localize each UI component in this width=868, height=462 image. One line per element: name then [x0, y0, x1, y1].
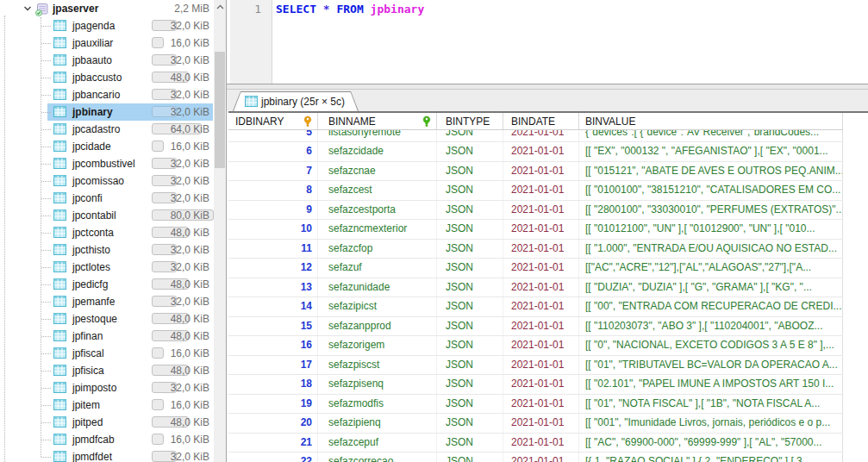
sidebar-item[interactable]: jpitem 16,0 KiB	[0, 396, 214, 414]
column-header[interactable]: IDBINARY	[228, 113, 318, 129]
scrollbar-thumb[interactable]	[215, 52, 225, 168]
sidebar-item[interactable]: jpcidade 16,0 KiB	[0, 138, 214, 155]
sidebar-item[interactable]: jpimposto 32,0 KiB	[0, 379, 214, 396]
cell-idbinary[interactable]: 6	[228, 142, 318, 161]
cell-bintype[interactable]: JSON	[437, 414, 503, 433]
cell-idbinary[interactable]: 19	[228, 395, 318, 414]
table-row[interactable]: 20 sefazipienq JSON 2021-01-01 [[ "001",…	[228, 414, 843, 434]
sidebar-item[interactable]: jpedicfg 48,0 KiB	[0, 276, 214, 293]
cell-idbinary[interactable]: 8	[228, 181, 318, 200]
column-header[interactable]: BINNAME	[318, 113, 437, 129]
cell-idbinary[interactable]: 11	[228, 240, 318, 259]
sidebar-item[interactable]: jpmdfdet 32,0 KiB	[0, 448, 214, 462]
cell-idbinary[interactable]: 13	[228, 278, 318, 297]
sidebar-item[interactable]: jpcombustivel 32,0 KiB	[0, 155, 214, 172]
table-row[interactable]: 7 sefazcnae JSON 2021-01-01 [[ "015121",…	[228, 162, 843, 182]
cell-binname[interactable]: sefazcepuf	[318, 434, 437, 453]
table-row[interactable]: 22 sefazcorrecao JSON 2021-01-01 [{ 1, "…	[228, 453, 843, 462]
cell-bintype[interactable]: JSON	[437, 434, 503, 453]
cell-idbinary[interactable]: 7	[228, 162, 318, 181]
cell-idbinary[interactable]: 5	[228, 130, 318, 141]
cell-bindate[interactable]: 2021-01-01	[503, 395, 579, 414]
table-row[interactable]: 6 sefazcidade JSON 2021-01-01 [[ "EX", "…	[228, 142, 843, 162]
cell-idbinary[interactable]: 14	[228, 297, 318, 316]
cell-binvalue[interactable]: [[ "EX", "000132 ", "AFEGANISTAO" ],[ "E…	[579, 142, 843, 161]
cell-binvalue[interactable]: [[ "0", "NACIONAL, EXCETO CODIGOS 3 A 5 …	[579, 336, 843, 355]
sidebar-item[interactable]: jpfisica 48,0 KiB	[0, 362, 214, 379]
cell-idbinary[interactable]: 17	[228, 356, 318, 375]
cell-binvalue[interactable]: [[ "0100100", "38151210", "CATALISADORES…	[579, 181, 843, 200]
column-header[interactable]: BINTYPE	[437, 113, 503, 129]
table-row[interactable]: 15 sefazanpprod JSON 2021-01-01 [[ "1102…	[228, 317, 843, 337]
cell-binname[interactable]: sefazipicst	[318, 297, 437, 316]
cell-binname[interactable]: sefazunidade	[318, 278, 437, 297]
cell-bintype[interactable]: JSON	[437, 278, 503, 297]
cell-binname[interactable]: sefazcfop	[318, 240, 437, 259]
cell-idbinary[interactable]: 16	[228, 336, 318, 355]
cell-binname[interactable]: sefazuf	[318, 259, 437, 278]
cell-bindate[interactable]: 2021-01-01	[503, 317, 579, 336]
cell-bindate[interactable]: 2021-01-01	[503, 142, 579, 161]
cell-bindate[interactable]: 2021-01-01	[503, 130, 579, 141]
sql-code[interactable]: SELECT * FROM jpbinary	[272, 0, 424, 84]
cell-bintype[interactable]: JSON	[437, 130, 503, 141]
table-row[interactable]: 21 sefazcepuf JSON 2021-01-01 [[ "AC", "…	[228, 434, 843, 453]
table-row[interactable]: 5 listasonyremote JSON 2021-01-01 {"devi…	[228, 130, 843, 142]
cell-bindate[interactable]: 2021-01-01	[503, 434, 579, 453]
cell-bindate[interactable]: 2021-01-01	[503, 201, 579, 220]
cell-bindate[interactable]: 2021-01-01	[503, 278, 579, 297]
cell-idbinary[interactable]: 18	[228, 375, 318, 394]
cell-bintype[interactable]: JSON	[437, 317, 503, 336]
cell-bindate[interactable]: 2021-01-01	[503, 162, 579, 181]
table-row[interactable]: 12 sefazuf JSON 2021-01-01 [["AC","ACRE"…	[228, 259, 843, 278]
cell-idbinary[interactable]: 9	[228, 201, 318, 220]
cell-bindate[interactable]: 2021-01-01	[503, 220, 579, 239]
cell-binvalue[interactable]: [[ "2800100", "33030010", "PERFUMES (EXT…	[579, 201, 843, 220]
cell-binvalue[interactable]: [[ "110203073", "ABO 3" ],[ "110204001",…	[579, 317, 843, 336]
cell-idbinary[interactable]: 15	[228, 317, 318, 336]
sidebar-item[interactable]: jpcthisto 32,0 KiB	[0, 241, 214, 259]
cell-bintype[interactable]: JSON	[437, 201, 503, 220]
cell-bintype[interactable]: JSON	[437, 259, 503, 278]
tab-jpbinary-results[interactable]: jpbinary (25r × 5c)	[233, 91, 359, 111]
cell-bintype[interactable]: JSON	[437, 453, 503, 462]
cell-binname[interactable]: sefazncmexterior	[318, 220, 437, 239]
sidebar-item[interactable]: jpauxiliar 16,0 KiB	[0, 34, 214, 52]
cell-bintype[interactable]: JSON	[437, 356, 503, 375]
chevron-down-icon[interactable]	[22, 3, 33, 14]
cell-binname[interactable]: sefazorigem	[318, 336, 437, 355]
table-row[interactable]: 19 sefazmodfis JSON 2021-01-01 [[ "01", …	[228, 395, 843, 415]
column-header[interactable]: BINVALUE	[579, 113, 843, 129]
cell-binvalue[interactable]: [["AC","ACRE","12"],["AL","ALAGOAS","27"…	[579, 259, 843, 278]
cell-binvalue[interactable]: [[ "015121", "ABATE DE AVES E OUTROS PEQ…	[579, 162, 843, 181]
sidebar-item[interactable]: jpbaauto 32,0 KiB	[0, 52, 214, 69]
cell-bintype[interactable]: JSON	[437, 336, 503, 355]
cell-bintype[interactable]: JSON	[437, 375, 503, 394]
cell-bindate[interactable]: 2021-01-01	[503, 375, 579, 394]
cell-bindate[interactable]: 2021-01-01	[503, 297, 579, 316]
cell-binvalue[interactable]: [[ "AC", "69900-000", "69999-999" ],[ "A…	[579, 434, 843, 453]
cell-binname[interactable]: listasonyremote	[318, 130, 437, 141]
cell-binname[interactable]: sefazpisenq	[318, 375, 437, 394]
cell-binname[interactable]: sefazcestporta	[318, 201, 437, 220]
cell-binvalue[interactable]: [[ "1.000", "ENTRADA E/OU AQUISICAO NO E…	[579, 240, 843, 259]
cell-binvalue[interactable]: {"devices":[ {"device":"AV Receiver","br…	[579, 130, 843, 141]
cell-bintype[interactable]: JSON	[437, 162, 503, 181]
sidebar-item[interactable]: jpemanfe 32,0 KiB	[0, 293, 214, 310]
cell-bindate[interactable]: 2021-01-01	[503, 414, 579, 433]
sidebar-item[interactable]: jpcadastro 64,0 KiB	[0, 121, 214, 138]
cell-binname[interactable]: sefazcest	[318, 181, 437, 200]
table-row[interactable]: 10 sefazncmexterior JSON 2021-01-01 [[ "…	[228, 220, 843, 240]
cell-bindate[interactable]: 2021-01-01	[503, 453, 579, 462]
sidebar-item[interactable]: jpcontabil 80,0 KiB	[0, 207, 214, 224]
sidebar-item[interactable]: jpbinary 32,0 KiB	[0, 103, 214, 121]
cell-bintype[interactable]: JSON	[437, 142, 503, 161]
sidebar-item[interactable]: jpfinan 48,0 KiB	[0, 328, 214, 345]
cell-bindate[interactable]: 2021-01-01	[503, 356, 579, 375]
table-row[interactable]: 18 sefazpisenq JSON 2021-01-01 [[ "02.10…	[228, 375, 843, 395]
cell-binname[interactable]: sefazcidade	[318, 142, 437, 161]
sidebar-item[interactable]: jpmdfcab 16,0 KiB	[0, 431, 214, 448]
cell-bintype[interactable]: JSON	[437, 297, 503, 316]
cell-binname[interactable]: sefazanpprod	[318, 317, 437, 336]
cell-bindate[interactable]: 2021-01-01	[503, 181, 579, 200]
